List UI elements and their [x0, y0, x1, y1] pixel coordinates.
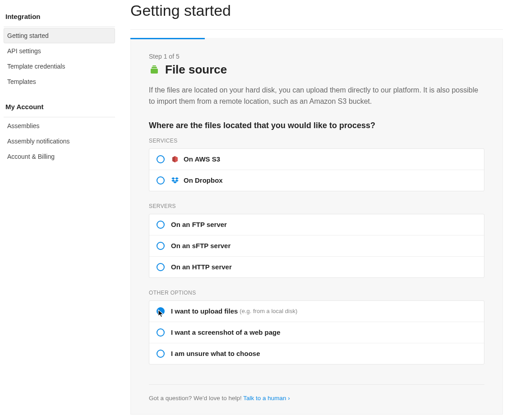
svg-rect-1 [152, 67, 157, 68]
sidebar-item-template-credentials[interactable]: Template credentials [4, 59, 115, 74]
group-label-other: OTHER OPTIONS [149, 290, 484, 296]
radio[interactable] [157, 155, 165, 163]
sidebar-section-integration: Integration [4, 9, 115, 25]
option-label: On an HTTP server [171, 263, 232, 271]
sidebar-section-my-account: My Account [4, 99, 115, 115]
option-ftp[interactable]: On an FTP server [149, 214, 484, 235]
dropbox-icon [171, 177, 179, 184]
radio[interactable] [157, 176, 165, 185]
page-title: Getting started [130, 0, 503, 29]
svg-rect-0 [151, 69, 158, 74]
option-http[interactable]: On an HTTP server [149, 256, 484, 277]
option-label: I want to upload files [171, 307, 238, 315]
svg-rect-2 [152, 65, 156, 66]
option-label: On AWS S3 [184, 155, 220, 163]
option-unsure[interactable]: I am unsure what to choose [149, 343, 484, 364]
sidebar-item-account-billing[interactable]: Account & Billing [4, 149, 115, 164]
radio[interactable] [157, 350, 165, 358]
aws-s3-icon [171, 156, 179, 163]
sidebar-item-assemblies[interactable]: Assemblies [4, 118, 115, 134]
option-sublabel: (e.g. from a local disk) [240, 308, 297, 314]
sidebar-item-assembly-notifications[interactable]: Assembly notifications [4, 134, 115, 149]
option-list-other: I want to upload files (e.g. from a loca… [149, 300, 484, 365]
step-title: File source [165, 63, 227, 77]
option-label: On an sFTP server [171, 242, 230, 249]
option-list-services: On AWS S3 On Dropbox [149, 148, 484, 191]
sidebar-item-api-settings[interactable]: API settings [4, 43, 115, 59]
sidebar: Integration Getting started API settings… [0, 0, 119, 415]
option-label: I am unsure what to choose [171, 350, 260, 357]
option-list-servers: On an FTP server On an sFTP server On an… [149, 214, 484, 278]
wizard-footer: Got a question? We'd love to help! Talk … [149, 384, 484, 402]
option-dropbox[interactable]: On Dropbox [149, 170, 484, 191]
step-description: If the files are located on your hard di… [149, 85, 483, 107]
talk-to-human-link[interactable]: Talk to a human › [243, 395, 290, 402]
option-upload-files[interactable]: I want to upload files (e.g. from a loca… [149, 301, 484, 322]
footer-text: Got a question? We'd love to help! [149, 395, 243, 402]
progress-bar [130, 38, 503, 39]
wizard-panel: Step 1 of 5 File source If the files are… [130, 39, 503, 415]
progress-fill [130, 38, 205, 39]
divider [130, 29, 503, 30]
sidebar-item-getting-started[interactable]: Getting started [4, 28, 115, 43]
file-source-icon [149, 65, 160, 75]
radio[interactable] [157, 242, 165, 250]
group-label-services: SERVICES [149, 138, 484, 144]
radio[interactable] [157, 328, 165, 337]
option-label: I want a screenshot of a web page [171, 328, 281, 336]
sidebar-item-templates[interactable]: Templates [4, 74, 115, 89]
step-label: Step 1 of 5 [149, 53, 484, 60]
divider [4, 117, 115, 117]
group-label-servers: SERVERS [149, 203, 484, 209]
option-sftp[interactable]: On an sFTP server [149, 235, 484, 256]
option-label: On an FTP server [171, 221, 227, 228]
option-label: On Dropbox [184, 176, 223, 184]
radio[interactable] [157, 221, 165, 229]
radio[interactable] [157, 263, 165, 271]
option-aws-s3[interactable]: On AWS S3 [149, 149, 484, 170]
wizard-question: Where are the files located that you wou… [149, 121, 484, 130]
divider [4, 27, 115, 27]
radio[interactable] [157, 307, 165, 315]
main-content: Getting started Step 1 of 5 File source … [119, 0, 530, 415]
option-screenshot[interactable]: I want a screenshot of a web page [149, 322, 484, 343]
